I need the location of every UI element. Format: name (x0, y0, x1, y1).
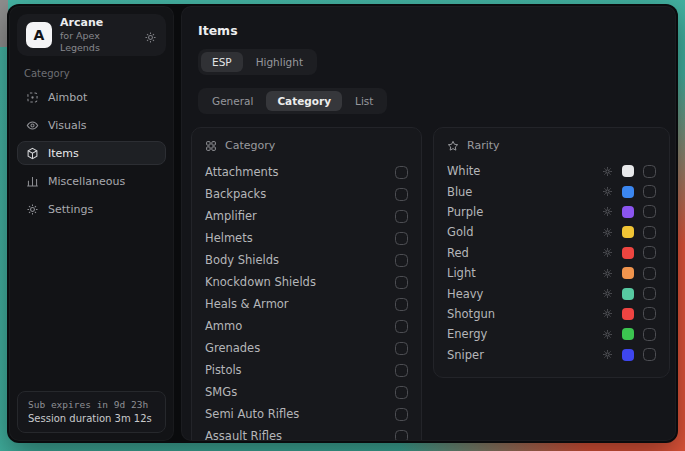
grid-small-icon (205, 140, 217, 152)
gear-icon[interactable] (602, 329, 613, 340)
rarity-label: Red (447, 246, 602, 260)
brand-card: A Arcane for Apex Legends (17, 14, 166, 56)
gear-icon[interactable] (602, 227, 613, 238)
category-checkbox[interactable] (395, 188, 408, 201)
category-row: Attachments (205, 161, 408, 183)
category-checkbox[interactable] (395, 254, 408, 267)
rarity-color-swatch[interactable] (622, 349, 634, 361)
rarity-color-swatch[interactable] (622, 328, 634, 340)
mode-toggle: ESPHighlight (198, 49, 317, 75)
sidebar-section-label: Category (24, 68, 173, 79)
rarity-color-swatch[interactable] (622, 226, 634, 238)
eye-icon (26, 119, 39, 132)
rarity-checkbox[interactable] (643, 328, 656, 341)
gear-icon[interactable] (602, 349, 613, 360)
category-checkbox[interactable] (395, 342, 408, 355)
category-checkbox[interactable] (395, 364, 408, 377)
rarity-label: Gold (447, 225, 602, 239)
sub-expires-text: Sub expires in 9d 23h (28, 399, 155, 410)
rarity-color-swatch[interactable] (622, 186, 634, 198)
category-row: SMGs (205, 381, 408, 403)
sidebar-item-miscellaneous[interactable]: Miscellaneous (17, 169, 166, 193)
rarity-checkbox[interactable] (643, 165, 656, 178)
category-row: Grenades (205, 337, 408, 359)
gear-icon[interactable] (602, 186, 613, 197)
rarity-row: Heavy (447, 283, 656, 303)
category-checkbox[interactable] (395, 386, 408, 399)
tab-general[interactable]: General (201, 91, 264, 111)
category-row: Helmets (205, 227, 408, 249)
rarity-row: White (447, 161, 656, 181)
main-panel: Items ESPHighlight GeneralCategoryList (181, 6, 676, 441)
gear-icon[interactable] (602, 268, 613, 279)
category-checkbox[interactable] (395, 408, 408, 421)
category-label: SMGs (205, 385, 237, 399)
category-checkbox[interactable] (395, 166, 408, 179)
rarity-row: Purple (447, 202, 656, 222)
category-checkbox[interactable] (395, 430, 408, 442)
star-icon (447, 140, 459, 152)
mode-esp[interactable]: ESP (201, 52, 243, 72)
sidebar-item-label: Items (48, 147, 79, 160)
rarity-checkbox[interactable] (643, 226, 656, 239)
rarity-checkbox[interactable] (643, 185, 656, 198)
category-panel: Category Attachments Backpacks Amplifier… (191, 127, 422, 441)
sidebar-nav: Aimbot Visuals Items Miscellaneous Setti… (17, 85, 166, 221)
rarity-row: Blue (447, 181, 656, 201)
rarity-row: Shotgun (447, 304, 656, 324)
gear-icon[interactable] (602, 308, 613, 319)
rarity-label: Heavy (447, 287, 602, 301)
rarity-checkbox[interactable] (643, 348, 656, 361)
gear-icon[interactable] (602, 247, 613, 258)
rarity-color-swatch[interactable] (622, 165, 634, 177)
sidebar-item-items[interactable]: Items (17, 141, 166, 165)
rarity-color-swatch[interactable] (622, 308, 634, 320)
rarity-label: Sniper (447, 348, 602, 362)
gear-icon[interactable] (602, 166, 613, 177)
rarity-label: Light (447, 266, 602, 280)
category-label: Semi Auto Rifles (205, 407, 299, 421)
rarity-panel: Rarity White Blue (433, 127, 670, 378)
rarity-checkbox[interactable] (643, 287, 656, 300)
category-label: Amplifier (205, 209, 257, 223)
rarity-color-swatch[interactable] (622, 206, 634, 218)
category-checkbox[interactable] (395, 210, 408, 223)
grid-icon (26, 175, 39, 188)
sidebar-item-visuals[interactable]: Visuals (17, 113, 166, 137)
rarity-checkbox[interactable] (643, 267, 656, 280)
rarity-checkbox[interactable] (643, 307, 656, 320)
page-title: Items (198, 23, 675, 38)
rarity-checkbox[interactable] (643, 246, 656, 259)
tab-list[interactable]: List (344, 91, 384, 111)
session-duration-text: Session duration 3m 12s (28, 413, 155, 424)
rarity-label: Purple (447, 205, 602, 219)
sidebar-item-label: Settings (48, 203, 93, 216)
sidebar-item-aimbot[interactable]: Aimbot (17, 85, 166, 109)
sidebar-item-settings[interactable]: Settings (17, 197, 166, 221)
mode-highlight[interactable]: Highlight (245, 52, 314, 72)
gear-icon[interactable] (602, 206, 613, 217)
gear-icon[interactable] (144, 29, 157, 42)
tab-category[interactable]: Category (266, 91, 342, 111)
gear-icon (26, 203, 39, 216)
category-checkbox[interactable] (395, 298, 408, 311)
category-row: Backpacks (205, 183, 408, 205)
category-checkbox[interactable] (395, 276, 408, 289)
category-label: Pistols (205, 363, 242, 377)
rarity-checkbox[interactable] (643, 205, 656, 218)
category-checkbox[interactable] (395, 320, 408, 333)
rarity-label: White (447, 164, 602, 178)
rarity-color-swatch[interactable] (622, 267, 634, 279)
rarity-color-swatch[interactable] (622, 247, 634, 259)
session-card: Sub expires in 9d 23h Session duration 3… (17, 391, 166, 433)
category-row: Body Shields (205, 249, 408, 271)
gear-icon[interactable] (602, 288, 613, 299)
arcane-window: A Arcane for Apex Legends Category Aimbo… (7, 4, 678, 443)
category-checkbox[interactable] (395, 232, 408, 245)
rarity-label: Energy (447, 327, 602, 341)
app-subtitle: for Apex Legends (60, 30, 136, 54)
rarity-color-swatch[interactable] (622, 288, 634, 300)
tab-bar: GeneralCategoryList (198, 88, 387, 114)
category-label: Body Shields (205, 253, 279, 267)
category-label: Backpacks (205, 187, 266, 201)
